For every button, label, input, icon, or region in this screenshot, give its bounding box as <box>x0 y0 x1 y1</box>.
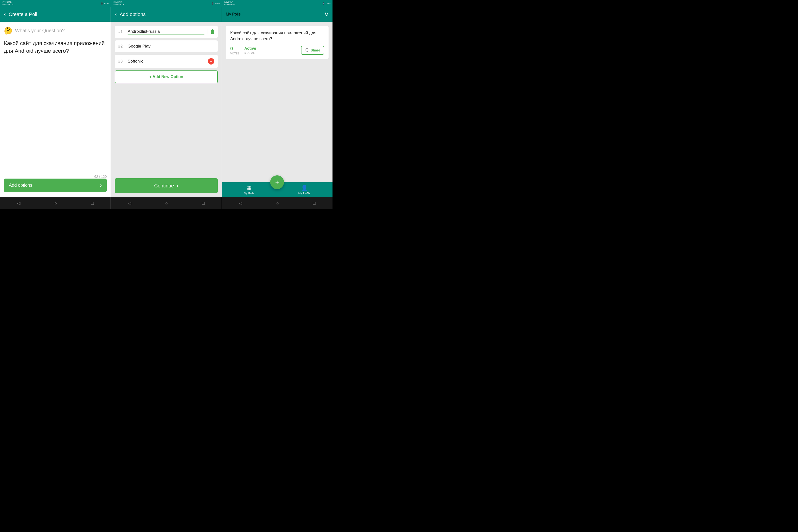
option-num-2: #2 <box>118 44 125 49</box>
panel1-bottom-bar: ◁ ○ □ <box>0 197 111 209</box>
carrier-3: KYIVSTAR Vodafone UA <box>224 1 235 6</box>
option-input-1[interactable] <box>128 29 204 35</box>
panel1-header: ‹ Create a Poll <box>0 7 111 22</box>
panel-add-options: ‹ Add options #1 #2 #3 − <box>111 7 222 209</box>
votes-label: VOTES <box>230 52 240 55</box>
remove-option-button[interactable]: − <box>208 58 214 64</box>
panel1-title: Create a Poll <box>8 12 107 17</box>
panel2-bottom-bar: ◁ ○ □ <box>111 197 222 209</box>
panel2-body: #1 #2 #3 − + Add New Option <box>111 22 222 197</box>
back-nav-btn-3[interactable]: ◁ <box>235 198 246 208</box>
votes-block: 0 VOTES <box>230 46 240 55</box>
back-button-panel1[interactable]: ‹ <box>4 11 6 18</box>
my-profile-nav-label: My Profile <box>298 192 310 195</box>
status-bar-segment-3: KYIVSTAR Vodafone UA 📱 15:08 <box>222 1 332 6</box>
square-nav-btn-2[interactable]: □ <box>198 199 208 208</box>
status-label: STATUS <box>244 51 255 54</box>
fab-plus-icon: + <box>275 178 279 186</box>
panel2-title: Add options <box>120 12 218 17</box>
my-polls-nav-label: My Polls <box>244 192 254 195</box>
continue-button[interactable]: Continue › <box>115 178 217 193</box>
question-input[interactable] <box>4 40 107 173</box>
panel1-body: 🤔 What's your Question? 62 / 120 Add opt… <box>0 22 111 197</box>
profile-icon: 👤 <box>301 185 308 191</box>
home-nav-btn-1[interactable]: ○ <box>51 199 61 208</box>
panel3-bottom-bar: ◁ ○ □ <box>222 197 332 209</box>
back-button-panel2[interactable]: ‹ <box>115 11 116 18</box>
panel3-header: My Polls ↻ <box>222 7 332 22</box>
home-nav-btn-3[interactable]: ○ <box>272 199 283 208</box>
option-row-2: #2 <box>115 40 217 52</box>
question-hint-text: What's your Question? <box>15 28 65 34</box>
status-bar-segment-2: KYIVSTAR Vodafone UA 📱 15:06 <box>111 1 222 6</box>
panel2-header: ‹ Add options <box>111 7 222 22</box>
panel-my-polls: My Polls ↻ Какой сайт для скачивания при… <box>222 7 332 209</box>
panel3-title: My Polls <box>226 12 241 17</box>
option-row-1: #1 <box>115 25 217 38</box>
poll-card-stats: 0 VOTES Active STATUS 💬 Share <box>230 46 324 55</box>
panels-container: ‹ Create a Poll 🤔 What's your Question? … <box>0 7 332 209</box>
poll-card: Какой сайт для скачивания приложений для… <box>226 25 328 59</box>
option-input-3[interactable] <box>128 59 205 64</box>
whatsapp-icon: 💬 <box>305 48 309 52</box>
spacer-panel2 <box>115 86 217 176</box>
status-bar-segment-1: KYIVSTAR Vodafone UA 📱 15:06 <box>0 1 111 6</box>
panel-create-poll: ‹ Create a Poll 🤔 What's your Question? … <box>0 7 111 209</box>
continue-arrow-icon: › <box>176 182 178 189</box>
fab-button[interactable]: + <box>270 175 284 189</box>
back-nav-btn-2[interactable]: ◁ <box>124 198 135 208</box>
option-row-3: #3 − <box>115 55 217 68</box>
status-bar: KYIVSTAR Vodafone UA 📱 15:06 KYIVSTAR Vo… <box>0 0 332 7</box>
votes-count: 0 <box>230 46 233 52</box>
panel3-body: Какой сайт для скачивания приложений для… <box>222 22 332 182</box>
status-value: Active <box>244 46 256 51</box>
home-nav-btn-2[interactable]: ○ <box>162 199 172 208</box>
carrier-1: KYIVSTAR Vodafone UA <box>2 1 14 6</box>
status-block: Active STATUS <box>244 46 256 54</box>
option-num-3: #3 <box>118 59 125 63</box>
poll-question-text: Какой сайт для скачивания приложений для… <box>230 30 324 42</box>
add-options-button[interactable]: Add options › <box>4 178 107 192</box>
thinking-emoji: 🤔 <box>4 26 13 35</box>
continue-label: Continue <box>154 183 174 189</box>
add-new-option-button[interactable]: + Add New Option <box>115 71 217 83</box>
time-1: 📱 15:06 <box>101 2 109 5</box>
my-polls-nav-item[interactable]: ▦ My Polls <box>244 185 254 195</box>
my-polls-icon: ▦ <box>247 185 252 191</box>
carrier-2: KYIVSTAR Vodafone UA <box>113 1 125 6</box>
back-nav-btn-1[interactable]: ◁ <box>13 198 24 208</box>
add-options-arrow-icon: › <box>100 182 102 189</box>
add-options-label: Add options <box>9 183 32 188</box>
panel3-bottom-nav: ▦ My Polls + 👤 My Profile <box>222 182 332 197</box>
share-label: Share <box>310 48 320 52</box>
square-nav-btn-3[interactable]: □ <box>309 199 319 208</box>
option-num-1: #1 <box>118 30 125 34</box>
time-3: 📱 15:08 <box>322 2 330 5</box>
cursor-drop-1 <box>211 29 214 34</box>
text-cursor-1 <box>207 29 207 34</box>
my-profile-nav-item[interactable]: 👤 My Profile <box>298 185 310 195</box>
refresh-icon[interactable]: ↻ <box>324 11 328 17</box>
char-count: 62 / 120 <box>4 175 107 178</box>
option-input-2[interactable] <box>128 44 214 49</box>
add-new-option-label: + Add New Option <box>149 75 183 79</box>
time-2: 📱 15:06 <box>212 2 220 5</box>
question-hint: 🤔 What's your Question? <box>4 26 107 35</box>
share-button[interactable]: 💬 Share <box>301 46 324 55</box>
square-nav-btn-1[interactable]: □ <box>88 199 97 208</box>
